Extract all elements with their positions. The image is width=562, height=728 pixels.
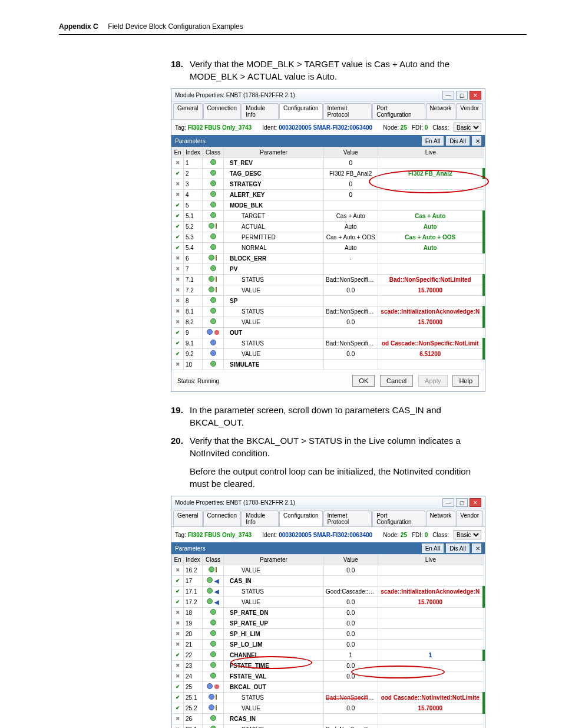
table-row[interactable]: ✔17.2 ◀VALUE0.015.70000 — [172, 597, 484, 608]
enable-cell[interactable]: ✔ — [172, 328, 184, 338]
close-panel-button[interactable]: ✕ — [472, 136, 481, 146]
table-row[interactable]: ✖6 BLOCK_ERR- — [172, 253, 484, 264]
enable-cell[interactable]: ✖ — [172, 618, 184, 629]
value-cell[interactable]: Bad::NonSpecific:NotLimited — [324, 724, 378, 729]
value-cell[interactable] — [324, 296, 378, 307]
table-row[interactable]: ✖7.2 VALUE0.015.70000 — [172, 285, 484, 296]
enable-cell[interactable]: ✖ — [172, 629, 184, 640]
tab-network[interactable]: Network — [426, 510, 456, 526]
value-cell[interactable]: Cas + Auto + OOS — [324, 232, 378, 243]
enable-cell[interactable]: ✔ — [172, 222, 184, 232]
enable-cell[interactable]: ✖ — [172, 285, 184, 296]
disable-all-button[interactable]: Dis All — [446, 136, 470, 146]
table-row[interactable]: ✔5.3PERMITTEDCas + Auto + OOSCas + Auto … — [172, 232, 484, 243]
tab-internet-protocol[interactable]: Internet Protocol — [323, 103, 372, 119]
enable-cell[interactable]: ✔ — [172, 200, 184, 211]
class-select[interactable]: Basic — [454, 123, 481, 132]
table-row[interactable]: ✖4ALERT_KEY0 — [172, 190, 484, 200]
maximize-button[interactable]: ▢ — [456, 498, 468, 507]
enable-cell[interactable]: ✖ — [172, 179, 184, 190]
table-row[interactable]: ✖26RCAS_IN — [172, 714, 484, 724]
tab-module-info[interactable]: Module Info — [242, 510, 279, 526]
table-row[interactable]: ✔9.1STATUSBad::NonSpecific:NotLimitedod … — [172, 338, 484, 349]
value-cell[interactable] — [324, 576, 378, 587]
tab-vendor[interactable]: Vendor — [456, 510, 483, 526]
enable-cell[interactable]: ✖ — [172, 264, 184, 275]
enable-cell[interactable]: ✖ — [172, 275, 184, 285]
enable-cell[interactable]: ✔ — [172, 232, 184, 243]
tab-configuration[interactable]: Configuration — [279, 103, 322, 119]
enable-cell[interactable]: ✔ — [172, 597, 184, 608]
tab-general[interactable]: General — [173, 510, 203, 526]
value-cell[interactable]: 0.0 — [324, 640, 378, 650]
enable-cell[interactable]: ✔ — [172, 576, 184, 587]
minimize-button[interactable]: — — [442, 498, 454, 507]
table-row[interactable]: ✔2TAG_DESCFI302 FB_Anal2FI302 FB_Anal2 — [172, 169, 484, 179]
value-cell[interactable]: Bad::NonSpecific:NotLimited — [324, 338, 378, 349]
table-row[interactable]: ✖16.2 VALUE0.0 — [172, 565, 484, 576]
table-row[interactable]: ✖7PV — [172, 264, 484, 275]
value-cell[interactable]: Auto — [324, 222, 378, 232]
table-row[interactable]: ✖10SIMULATE — [172, 360, 484, 370]
value-cell[interactable]: Bad::NonSpecific:NotLimited — [324, 307, 378, 317]
value-cell[interactable]: 1 — [324, 650, 378, 661]
enable-cell[interactable]: ✔ — [172, 243, 184, 253]
enable-cell[interactable]: ✖ — [172, 307, 184, 317]
enable-all-button[interactable]: En All — [422, 543, 444, 553]
enable-cell[interactable]: ✔ — [172, 211, 184, 222]
value-cell[interactable]: FI302 FB_Anal2 — [324, 169, 378, 179]
enable-cell[interactable]: ✔ — [172, 693, 184, 703]
value-cell[interactable]: 0 — [324, 158, 378, 169]
value-cell[interactable]: 0.0 — [324, 597, 378, 608]
enable-cell[interactable]: ✔ — [172, 338, 184, 349]
table-row[interactable]: ✖8.1STATUSBad::NonSpecific:NotLimitedsca… — [172, 307, 484, 317]
value-cell[interactable]: - — [324, 253, 378, 264]
apply-button[interactable]: Apply — [418, 375, 448, 387]
enable-cell[interactable]: ✔ — [172, 650, 184, 661]
tab-vendor[interactable]: Vendor — [456, 103, 483, 119]
value-cell[interactable] — [324, 714, 378, 724]
table-row[interactable]: ✖18SP_RATE_DN0.0 — [172, 608, 484, 618]
table-row[interactable]: ✔17 ◀CAS_IN — [172, 576, 484, 587]
value-cell[interactable]: 0.0 — [324, 618, 378, 629]
table-row[interactable]: ✖23FSTATE_TIME0.0 — [172, 661, 484, 671]
table-row[interactable]: ✖7.1 STATUSBad::NonSpecific:NotLimitedBa… — [172, 275, 484, 285]
enable-cell[interactable]: ✖ — [172, 671, 184, 682]
tab-port-configuration[interactable]: Port Configuration — [372, 103, 425, 119]
table-row[interactable]: ✔9 OUT — [172, 328, 484, 338]
table-row[interactable]: ✔5.2 ACTUALAutoAuto — [172, 222, 484, 232]
enable-cell[interactable]: ✖ — [172, 190, 184, 200]
enable-cell[interactable]: ✖ — [172, 565, 184, 576]
tab-connection[interactable]: Connection — [203, 510, 242, 526]
value-cell[interactable]: 0.0 — [324, 565, 378, 576]
tab-internet-protocol[interactable]: Internet Protocol — [323, 510, 372, 526]
enable-cell[interactable]: ✖ — [172, 158, 184, 169]
value-cell[interactable] — [324, 328, 378, 338]
close-button[interactable]: ✕ — [470, 498, 481, 507]
value-cell[interactable]: Bad::NonSpecific:NotLim — [324, 693, 378, 703]
enable-cell[interactable]: ✔ — [172, 169, 184, 179]
table-row[interactable]: ✖19SP_RATE_UP0.0 — [172, 618, 484, 629]
table-row[interactable]: ✖3STRATEGY0 — [172, 179, 484, 190]
class-select[interactable]: Basic — [454, 530, 481, 539]
table-row[interactable]: ✖24FSTATE_VAL0.0 — [172, 671, 484, 682]
value-cell[interactable]: 0.0 — [324, 285, 378, 296]
tab-network[interactable]: Network — [426, 103, 456, 119]
value-cell[interactable] — [324, 264, 378, 275]
enable-cell[interactable]: ✔ — [172, 349, 184, 360]
table-row[interactable]: ✔9.2VALUE0.06.51200 — [172, 349, 484, 360]
value-cell[interactable]: 0.0 — [324, 629, 378, 640]
enable-cell[interactable]: ✖ — [172, 360, 184, 370]
table-row[interactable]: ✖8.2VALUE0.015.70000 — [172, 317, 484, 328]
value-cell[interactable]: Bad::NonSpecific:NotLimited — [324, 275, 378, 285]
parameter-grid[interactable]: En Index Class Parameter Value Live ✖1ST… — [171, 147, 485, 370]
value-cell[interactable]: Good:Cascade::NonSpecific:NotLimited — [324, 587, 378, 597]
enable-cell[interactable]: ✖ — [172, 317, 184, 328]
table-row[interactable]: ✖26.1STATUSBad::NonSpecific:NotLimited — [172, 724, 484, 729]
enable-cell[interactable]: ✖ — [172, 608, 184, 618]
value-cell[interactable]: 0.0 — [324, 317, 378, 328]
minimize-button[interactable]: — — [442, 91, 454, 100]
enable-all-button[interactable]: En All — [422, 136, 444, 146]
enable-cell[interactable]: ✔ — [172, 682, 184, 693]
help-button[interactable]: Help — [452, 375, 479, 387]
